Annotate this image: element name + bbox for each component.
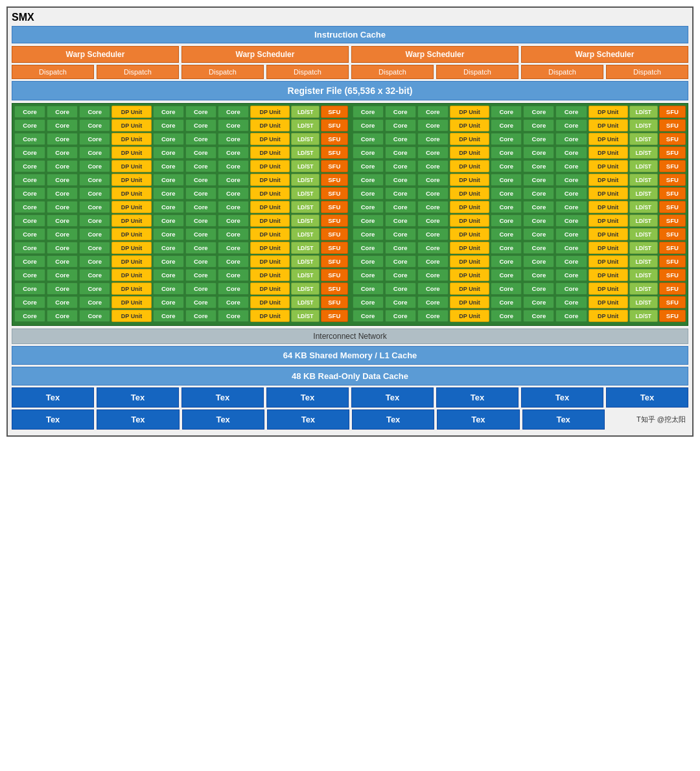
- core-cell: Core: [385, 119, 416, 132]
- dp-unit-cell: DP Unit: [250, 160, 290, 172]
- dp-unit-cell: DP Unit: [589, 201, 628, 213]
- sfu-cell: SFU: [659, 160, 686, 172]
- core-cell: Core: [14, 310, 45, 322]
- sfu-cell: SFU: [321, 201, 347, 213]
- core-row-15: CoreCoreCoreDP UnitCoreCoreCoreDP UnitLD…: [14, 310, 686, 322]
- dispatch-4: Dispatch: [266, 65, 349, 79]
- tex-r1-5: Tex: [351, 387, 434, 408]
- core-cell: Core: [417, 214, 449, 227]
- core-cell: Core: [353, 310, 384, 322]
- dp-unit-cell: DP Unit: [450, 146, 489, 159]
- core-cell: Core: [185, 214, 216, 227]
- core-cell: Core: [555, 228, 587, 240]
- dp-unit-cell: DP Unit: [450, 255, 489, 268]
- dp-unit-cell: DP Unit: [111, 160, 151, 172]
- core-cell: Core: [79, 214, 110, 227]
- warp-scheduler-3: Warp Scheduler: [351, 46, 519, 63]
- tex-row-2: Tex Tex Tex Tex Tex Tex Tex T知乎 @挖太阳: [12, 409, 688, 430]
- core-cell: Core: [153, 255, 184, 268]
- tex-r1-6: Tex: [436, 387, 519, 408]
- core-cell: Core: [385, 255, 416, 268]
- core-cell: Core: [14, 146, 45, 159]
- core-cell: Core: [523, 187, 554, 200]
- warp-scheduler-row: Warp Scheduler Warp Scheduler Warp Sched…: [12, 46, 688, 63]
- core-cell: Core: [353, 160, 384, 172]
- core-cell: Core: [353, 228, 384, 240]
- core-row-12: CoreCoreCoreDP UnitCoreCoreCoreDP UnitLD…: [14, 269, 686, 281]
- ldst-cell: LD/ST: [629, 282, 658, 295]
- dp-unit-cell: DP Unit: [450, 242, 489, 254]
- core-cell: Core: [47, 255, 78, 268]
- dp-unit-cell: DP Unit: [250, 187, 290, 200]
- ldst-cell: LD/ST: [629, 187, 658, 200]
- sfu-cell: SFU: [659, 242, 686, 254]
- dp-unit-cell: DP Unit: [111, 187, 151, 200]
- core-cell: Core: [353, 201, 384, 213]
- dp-unit-cell: DP Unit: [250, 255, 290, 268]
- dp-unit-cell: DP Unit: [111, 242, 151, 254]
- core-cell: Core: [353, 282, 384, 295]
- core-cell: Core: [555, 282, 587, 295]
- core-cell: Core: [218, 119, 249, 132]
- ldst-cell: LD/ST: [291, 296, 320, 308]
- core-cell: Core: [523, 296, 554, 308]
- cores-section: CoreCoreCoreDP UnitCoreCoreCoreDP UnitLD…: [12, 103, 688, 326]
- ldst-cell: LD/ST: [291, 282, 320, 295]
- dp-unit-cell: DP Unit: [250, 174, 290, 186]
- sfu-cell: SFU: [321, 174, 347, 186]
- core-cell: Core: [47, 228, 78, 240]
- ldst-cell: LD/ST: [291, 214, 320, 227]
- core-cell: Core: [153, 214, 184, 227]
- core-cell: Core: [353, 106, 384, 118]
- core-cell: Core: [153, 296, 184, 308]
- core-cell: Core: [153, 187, 184, 200]
- sfu-cell: SFU: [321, 296, 347, 308]
- dp-unit-cell: DP Unit: [111, 296, 151, 308]
- ldst-cell: LD/ST: [291, 201, 320, 213]
- core-cell: Core: [153, 160, 184, 172]
- core-cell: Core: [385, 282, 416, 295]
- dp-unit-cell: DP Unit: [589, 269, 628, 281]
- core-cell: Core: [218, 214, 249, 227]
- dp-unit-cell: DP Unit: [111, 201, 151, 213]
- dp-unit-cell: DP Unit: [250, 296, 290, 308]
- ldst-cell: LD/ST: [291, 146, 320, 159]
- core-cell: Core: [153, 201, 184, 213]
- core-cell: Core: [14, 228, 45, 240]
- core-cell: Core: [218, 269, 249, 281]
- core-cell: Core: [523, 255, 554, 268]
- dp-unit-cell: DP Unit: [111, 214, 151, 227]
- core-cell: Core: [555, 310, 587, 322]
- core-cell: Core: [385, 310, 416, 322]
- core-cell: Core: [185, 228, 216, 240]
- sfu-cell: SFU: [321, 255, 347, 268]
- ldst-cell: LD/ST: [291, 160, 320, 172]
- smx-container: SMX Instruction Cache Warp Scheduler War…: [6, 6, 694, 437]
- core-cell: Core: [153, 269, 184, 281]
- sfu-cell: SFU: [659, 187, 686, 200]
- ldst-cell: LD/ST: [629, 146, 658, 159]
- shared-memory: 64 KB Shared Memory / L1 Cache: [12, 346, 688, 365]
- core-cell: Core: [153, 174, 184, 186]
- core-cell: Core: [491, 214, 522, 227]
- core-cell: Core: [14, 201, 45, 213]
- core-cell: Core: [185, 282, 216, 295]
- core-cell: Core: [555, 106, 587, 118]
- core-cell: Core: [385, 269, 416, 281]
- core-cell: Core: [185, 106, 216, 118]
- dp-unit-cell: DP Unit: [589, 282, 628, 295]
- core-cell: Core: [47, 174, 78, 186]
- dp-unit-cell: DP Unit: [450, 160, 489, 172]
- tex-r2-7: Tex: [522, 409, 605, 430]
- register-file: Register File (65,536 x 32-bit): [12, 81, 688, 100]
- core-cell: Core: [218, 255, 249, 268]
- core-cell: Core: [185, 119, 216, 132]
- dp-unit-cell: DP Unit: [250, 310, 290, 322]
- core-cell: Core: [153, 106, 184, 118]
- ldst-cell: LD/ST: [629, 160, 658, 172]
- ldst-cell: LD/ST: [291, 310, 320, 322]
- core-cell: Core: [555, 187, 587, 200]
- core-cell: Core: [14, 119, 45, 132]
- core-cell: Core: [79, 133, 110, 145]
- core-row-5: CoreCoreCoreDP UnitCoreCoreCoreDP UnitLD…: [14, 174, 686, 186]
